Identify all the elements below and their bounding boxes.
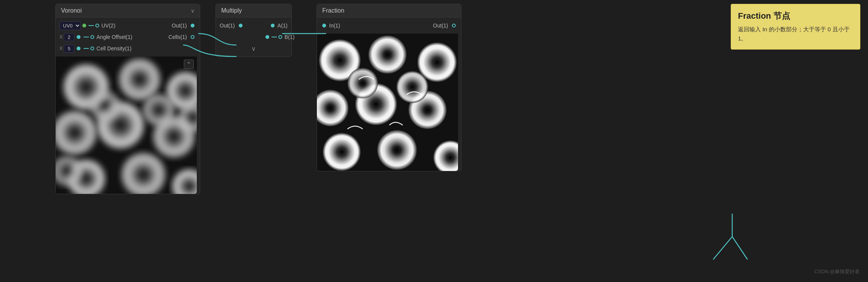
fraction-in-row: In(1) Out(1)	[317, 20, 461, 31]
density-value[interactable]: 5	[64, 45, 74, 53]
multiply-node: Multiply Out(1) A(1) B(1)	[215, 4, 292, 57]
uv0-dropdown[interactable]: UV0	[59, 21, 81, 30]
density-x-badge: X	[59, 46, 63, 51]
angle-outline	[90, 35, 94, 39]
multiply-b-outline	[278, 35, 282, 39]
preview-collapse-icon[interactable]: ⌃	[184, 60, 194, 69]
multiply-out-label: Out(1)	[220, 23, 235, 29]
uv-port-dot-green	[82, 24, 86, 27]
voronoi-out-label: Out(1)	[172, 23, 187, 29]
density-line	[84, 48, 89, 49]
multiply-node-body: Out(1) A(1) B(1) ∨	[216, 18, 291, 56]
svg-point-22	[377, 130, 417, 170]
fraction-in-label: In(1)	[329, 23, 340, 29]
svg-point-2	[119, 58, 161, 100]
multiply-title: Multiply	[221, 7, 242, 14]
voronoi-out-port[interactable]	[191, 24, 194, 27]
multiply-out-port[interactable]	[239, 24, 243, 27]
uv-line-left	[88, 25, 94, 26]
svg-point-25	[396, 71, 428, 103]
multiply-a-label: A(1)	[278, 23, 288, 29]
svg-point-11	[143, 94, 175, 126]
fraction-preview	[317, 34, 458, 171]
voronoi-title: Voronoi	[61, 7, 82, 14]
voronoi-uv-row: UV0 UV(2) Out(1)	[56, 20, 200, 31]
fraction-in-port[interactable]	[322, 24, 326, 27]
svg-point-10	[90, 91, 121, 121]
fraction-node-header: Fraction	[317, 4, 461, 18]
angle-x-badge: X	[59, 34, 63, 40]
canvas-area: Voronoi ∨ UV0 UV(2) Out(1)	[0, 0, 868, 282]
voronoi-preview: ⌃	[56, 56, 197, 194]
svg-point-24	[347, 68, 378, 98]
svg-point-16	[368, 35, 407, 74]
voronoi-node-body: UV0 UV(2) Out(1) X 2	[56, 18, 200, 56]
svg-point-21	[323, 133, 361, 171]
voronoi-density-label: Cell Density(1)	[96, 45, 132, 52]
tooltip-body: 返回输入 In 的小数部分；大于等于 0 且小于 1。	[738, 25, 853, 43]
fraction-tooltip: Fraction 节点 返回输入 In 的小数部分；大于等于 0 且小于 1。	[731, 4, 860, 50]
voronoi-cells-port[interactable]	[191, 35, 194, 39]
density-dot	[77, 47, 80, 50]
multiply-b-row: B(1)	[216, 31, 291, 43]
voronoi-uv-label: UV(2)	[101, 23, 116, 29]
multiply-out-a-row: Out(1) A(1)	[216, 20, 291, 31]
angle-value[interactable]: 2	[64, 33, 74, 41]
voronoi-density-row: X 5 Cell Density(1)	[56, 43, 200, 54]
voronoi-angle-row: X 2 Angle Offset(1) Cells(1)	[56, 31, 200, 43]
multiply-a-port[interactable]	[271, 24, 275, 27]
multiply-b-label: B(1)	[285, 34, 294, 40]
multiply-b-line	[272, 37, 277, 37]
fraction-out-label: Out(1)	[433, 23, 448, 29]
density-outline	[90, 47, 94, 50]
tooltip-title: Fraction 节点	[738, 10, 853, 22]
fraction-out-port[interactable]	[452, 24, 456, 27]
fraction-node: Fraction In(1) Out(1)	[317, 4, 461, 171]
angle-line	[84, 37, 89, 37]
voronoi-chevron[interactable]: ∨	[191, 8, 194, 14]
multiply-chevron-row[interactable]: ∨	[216, 43, 291, 54]
watermark: CSDN @麻辣爱好者	[814, 268, 860, 275]
uv-port-outline	[95, 24, 99, 27]
voronoi-node-header: Voronoi ∨	[56, 4, 200, 18]
multiply-chevron-down[interactable]: ∨	[251, 45, 256, 52]
voronoi-cells-label: Cells(1)	[169, 34, 187, 40]
fraction-title: Fraction	[322, 7, 344, 14]
multiply-b-dot-fill	[265, 35, 269, 39]
voronoi-node: Voronoi ∨ UV0 UV(2) Out(1)	[55, 4, 200, 194]
multiply-node-header: Multiply	[216, 4, 291, 18]
fraction-node-body: In(1) Out(1)	[317, 18, 461, 34]
voronoi-angle-label: Angle Offset(1)	[96, 34, 132, 40]
angle-dot	[77, 35, 80, 39]
